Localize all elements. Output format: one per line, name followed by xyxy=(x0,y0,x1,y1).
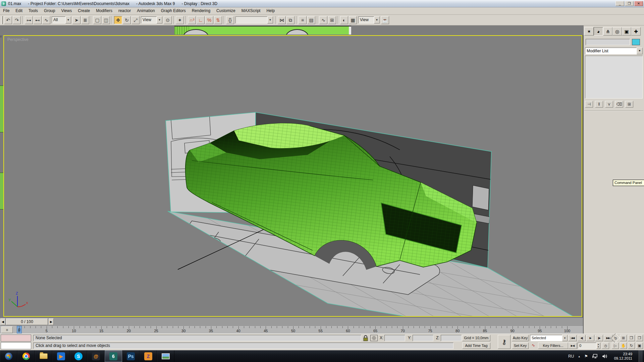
select-and-move-button[interactable]: ✥ xyxy=(114,16,122,24)
menu-reactor[interactable]: reactor xyxy=(115,7,134,14)
previous-frame-arrow[interactable]: ◀ xyxy=(0,318,5,325)
maxscript-mini-listener-script[interactable] xyxy=(1,342,31,349)
render-type-dropdown[interactable]: View▼ xyxy=(358,16,380,23)
reference-coordinate-system-dropdown[interactable]: View▼ xyxy=(141,16,162,23)
current-frame-field[interactable]: 0 xyxy=(578,343,596,349)
taskbar-3dsmax-icon[interactable]: 6 xyxy=(105,350,122,362)
tab-display[interactable]: ▣ xyxy=(622,27,631,36)
maximize-viewport-toggle[interactable]: ▣ xyxy=(636,343,643,349)
curve-editor-button[interactable]: ∿ xyxy=(319,16,327,24)
bind-to-space-warp-button[interactable]: ∿ xyxy=(42,16,50,24)
mirror-button[interactable]: ⋈ xyxy=(278,16,286,24)
rectangular-selection-region-button[interactable]: ▢ xyxy=(93,16,101,24)
chevron-down-icon[interactable]: ▼ xyxy=(637,48,643,54)
y-coordinate-field[interactable] xyxy=(413,335,433,341)
tab-motion[interactable]: ◎ xyxy=(612,27,622,36)
menu-views[interactable]: Views xyxy=(58,7,75,14)
schematic-view-button[interactable]: ⊞ xyxy=(328,16,336,24)
window-crossing-toggle[interactable]: ◫ xyxy=(102,16,110,24)
key-mode-toggle-button[interactable]: ▶◀ xyxy=(568,343,577,349)
tab-create[interactable]: ✶ xyxy=(584,27,594,36)
quick-render-button[interactable]: ☕ xyxy=(381,16,389,24)
layer-list-button[interactable]: ▤ xyxy=(307,16,315,24)
play-button[interactable]: ▶ xyxy=(586,335,594,341)
x-coordinate-field[interactable] xyxy=(384,335,405,341)
clock[interactable]: 23:49 09.12.2011 xyxy=(612,352,634,361)
select-by-name-button[interactable]: ≣ xyxy=(81,16,89,24)
menu-group[interactable]: Group xyxy=(41,7,58,14)
render-setup-button[interactable]: ▦ xyxy=(349,16,357,24)
undo-button[interactable]: ↶ xyxy=(4,16,12,24)
select-and-scale-button[interactable]: ⤢ xyxy=(131,16,140,24)
object-name-field[interactable] xyxy=(586,39,630,45)
tab-modify[interactable]: ◕ xyxy=(594,27,603,36)
unlink-selection-button[interactable]: ⊷ xyxy=(34,16,42,24)
taskbar-media-player-icon[interactable]: ▶ xyxy=(52,350,70,362)
select-and-link-button[interactable]: ⊶ xyxy=(25,16,33,24)
menu-help[interactable]: Help xyxy=(263,7,278,14)
viewport-canvas[interactable]: Z y x xyxy=(4,36,582,316)
pin-stack-button[interactable]: ⊣ xyxy=(585,101,593,108)
taskbar-skype-icon[interactable]: S xyxy=(70,350,87,362)
time-configuration-button[interactable]: ◷ xyxy=(602,343,609,349)
configure-modifier-sets-button[interactable]: ⊞ xyxy=(625,101,633,108)
zoom-all-button[interactable]: ⊞ xyxy=(620,335,627,341)
menu-file[interactable]: File xyxy=(0,7,12,14)
volume-icon[interactable] xyxy=(602,354,608,359)
align-button[interactable]: ⧉ xyxy=(286,16,294,24)
make-unique-button[interactable]: ⋎ xyxy=(605,101,613,108)
add-time-tag-button[interactable]: Add Time Tag xyxy=(462,343,490,349)
use-pivot-point-center-button[interactable]: ⊙ xyxy=(164,16,172,24)
track-bar[interactable]: ≡ 0 051015202530354045505560657075808590… xyxy=(0,325,583,334)
zoom-extents-button[interactable]: ❒ xyxy=(628,335,635,341)
chevron-down-icon[interactable]: ▼ xyxy=(267,16,273,23)
material-editor-button[interactable]: ◐ xyxy=(340,16,348,24)
z-coordinate-field[interactable] xyxy=(441,335,462,341)
auto-key-button[interactable]: Auto Key xyxy=(512,335,529,341)
angle-snap-toggle-button[interactable]: ∟ xyxy=(197,16,205,24)
previous-frame-button[interactable]: ◀|| xyxy=(578,335,586,341)
redo-button[interactable]: ↷ xyxy=(13,16,21,24)
tab-hierarchy[interactable]: ⋔ xyxy=(603,27,612,36)
time-slider-handle[interactable]: 0 / 100 xyxy=(6,318,48,325)
menu-maxscript[interactable]: MAXScript xyxy=(238,7,264,14)
field-of-view-button[interactable]: ▷ xyxy=(612,343,619,349)
start-button[interactable] xyxy=(0,350,17,362)
chevron-down-icon[interactable]: ▼ xyxy=(157,16,162,23)
menu-rendering[interactable]: Rendering xyxy=(189,7,213,14)
menu-modifiers[interactable]: Modifiers xyxy=(93,7,115,14)
show-hidden-icons-button[interactable]: ▴ xyxy=(578,355,580,358)
chevron-down-icon[interactable]: ▼ xyxy=(65,16,71,23)
layer-manager-button[interactable]: ≡ xyxy=(299,16,307,24)
action-center-flag-icon[interactable]: ⚑ xyxy=(584,354,588,359)
toolbar-grip[interactable] xyxy=(1,16,3,24)
pan-view-button[interactable]: ✋ xyxy=(620,343,627,349)
remove-modifier-button[interactable]: ⌫ xyxy=(615,101,623,108)
object-color-swatch[interactable] xyxy=(632,39,640,45)
snaps-toggle-button[interactable]: ∩³ xyxy=(188,16,196,24)
go-to-start-button[interactable]: |◀◀ xyxy=(568,335,577,341)
network-icon[interactable] xyxy=(592,354,598,359)
named-selection-sets-dropdown[interactable]: ▼ xyxy=(235,16,273,23)
maxscript-mini-listener-macro[interactable] xyxy=(1,335,31,342)
chevron-down-icon[interactable]: ▼ xyxy=(374,16,380,23)
select-object-button[interactable]: ➤ xyxy=(72,16,80,24)
frame-spinner[interactable]: ▲▼ xyxy=(596,343,600,349)
language-indicator[interactable]: RU xyxy=(568,354,574,359)
menu-customize[interactable]: Customize xyxy=(213,7,238,14)
menu-animation[interactable]: Animation xyxy=(134,7,158,14)
perspective-viewport[interactable]: Perspective xyxy=(3,35,582,317)
next-frame-arrow[interactable]: ▶ xyxy=(49,318,54,325)
menu-graph-editors[interactable]: Graph Editors xyxy=(158,7,189,14)
set-key-button[interactable]: Set Key xyxy=(512,343,529,349)
minimize-button[interactable]: _ xyxy=(615,1,624,6)
menu-create[interactable]: Create xyxy=(75,7,93,14)
spinner-snap-toggle-button[interactable]: ⇅ xyxy=(214,16,222,24)
edit-named-selection-sets-button[interactable]: {} xyxy=(226,16,234,24)
select-and-manipulate-button[interactable]: ✦ xyxy=(176,16,184,24)
key-filters-button[interactable]: Key Filters... xyxy=(538,343,568,349)
modifier-list-dropdown[interactable]: Modifier List ▼ xyxy=(585,48,643,54)
modifier-stack-list[interactable] xyxy=(585,56,643,99)
viewport-label[interactable]: Perspective xyxy=(7,37,29,42)
percent-snap-toggle-button[interactable]: % xyxy=(205,16,213,24)
